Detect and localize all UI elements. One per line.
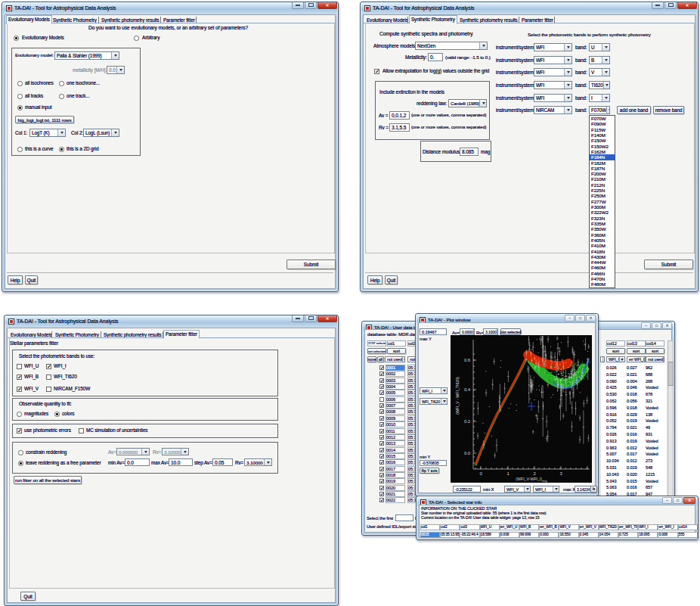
svg-text:0.0: 0.0: [464, 451, 471, 455]
svg-text:0.2: 0.2: [464, 419, 471, 424]
svg-text:0.6: 0.6: [464, 358, 471, 362]
svg-text:(WFI_V - WFI_TI620): (WFI_V - WFI_TI620): [455, 377, 460, 415]
svg-text:0.4: 0.4: [464, 387, 471, 392]
